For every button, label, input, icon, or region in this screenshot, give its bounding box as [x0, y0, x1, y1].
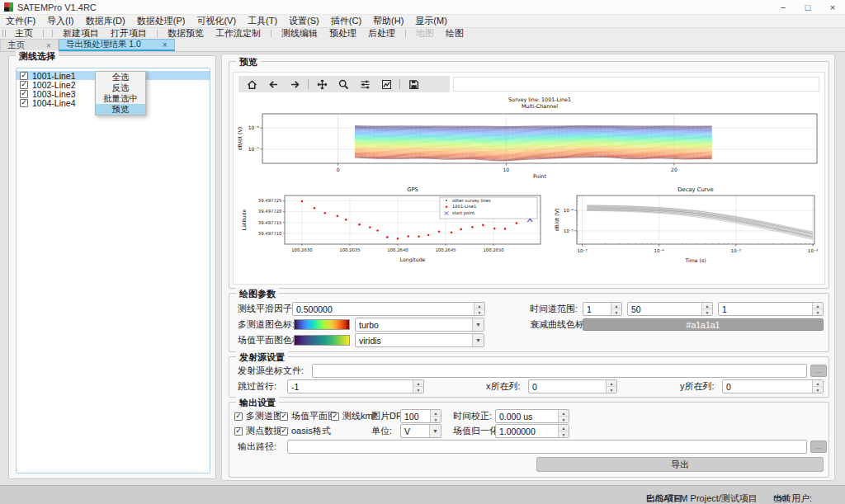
time-range-label: 时间道范围: [530, 302, 578, 316]
spinner-arrows-icon[interactable]: ▲▼ [558, 425, 569, 437]
svg-text:dB/dt (V): dB/dt (V) [554, 209, 559, 232]
checkbox-icon[interactable] [20, 72, 28, 80]
toolbar-home[interactable]: 主页 [9, 27, 39, 40]
context-preview[interactable]: 预览 [96, 104, 145, 115]
minimize-icon[interactable]: − [771, 0, 795, 14]
output-path-browse-button[interactable]: ... [810, 440, 827, 453]
toolbar-new-project[interactable]: 新建项目 [57, 27, 105, 40]
spinner-arrows-icon[interactable]: ▲▼ [606, 380, 616, 393]
subplots-icon[interactable] [354, 77, 375, 92]
menu-import[interactable]: 导入(I) [41, 15, 79, 27]
dpi-spinner[interactable]: 100 ▲▼ [400, 409, 441, 423]
check-field-plane-plot[interactable]: 场值平面图 [280, 409, 337, 423]
time-correction-spinner[interactable]: 0.000 us ▲▼ [495, 409, 569, 423]
line-selection-title: 测线选择 [16, 50, 59, 63]
checkbox-icon[interactable] [234, 427, 243, 436]
checkbox-icon[interactable] [20, 81, 28, 89]
svg-text:Decay Curve: Decay Curve [677, 186, 714, 193]
field-normalize-spinner[interactable]: 1.000000 ▲▼ [495, 424, 569, 438]
spinner-arrows-icon[interactable]: ▲▼ [413, 380, 423, 393]
toolbar-preprocess[interactable]: 预处理 [323, 27, 362, 40]
menu-plugins[interactable]: 插件(C) [325, 15, 367, 27]
app-logo-icon [4, 2, 13, 12]
toolbar-workflow[interactable]: 工作流定制 [210, 27, 267, 40]
x-column-spinner[interactable]: 0 ▲▼ [528, 379, 617, 393]
unit-combo[interactable]: V ▼ [400, 424, 441, 438]
tab-home-label: 主页 [7, 40, 25, 51]
plot-params-group: 绘图参数 测线平滑因子: 0.500000 ▲▼ 时间道范围: 1 ▲▼ 50 … [229, 293, 829, 352]
decay-color-button[interactable]: #a1a1a1 [583, 318, 824, 331]
checkbox-icon[interactable] [234, 412, 243, 421]
toolbar-line-edit[interactable]: 测线编辑 [276, 27, 323, 40]
check-multichannel-plot[interactable]: 多测道图 [234, 409, 282, 423]
context-select-all[interactable]: 全选 [96, 72, 145, 82]
svg-text:dB/dt (V): dB/dt (V) [237, 127, 243, 151]
close-icon[interactable]: × [820, 0, 845, 14]
menu-settings[interactable]: 设置(S) [283, 15, 325, 27]
spinner-arrows-icon[interactable]: ▲▼ [474, 303, 484, 315]
toolbar-open-project[interactable]: 打开项目 [105, 27, 153, 40]
maximize-icon[interactable]: □ [795, 0, 820, 14]
chevron-down-icon[interactable]: ▼ [472, 334, 484, 346]
title-bar: SATEMPro V1.4RC − □ × [0, 0, 845, 15]
chevron-down-icon[interactable]: ▼ [429, 425, 441, 437]
checkbox-icon[interactable] [20, 90, 28, 98]
context-batch-select[interactable]: 批量选中 [96, 93, 145, 104]
time-range-step-spinner[interactable]: 1 ▲▼ [718, 302, 824, 316]
menu-help[interactable]: 帮助(H) [367, 15, 409, 27]
tx-file-input[interactable] [312, 364, 807, 378]
chevron-down-icon[interactable]: ▼ [472, 318, 484, 331]
decay-color-label: 衰减曲线色标: [530, 318, 587, 332]
skip-rows-spinner[interactable]: -1 ▲▼ [287, 379, 424, 393]
toolbar-plot[interactable]: 绘图 [440, 27, 470, 40]
checkbox-icon[interactable] [331, 412, 339, 421]
spinner-arrows-icon[interactable]: ▲▼ [812, 303, 823, 315]
back-icon[interactable] [262, 77, 284, 92]
tab-close-icon[interactable]: × [46, 41, 51, 50]
svg-text:100.2630: 100.2630 [291, 247, 313, 252]
output-path-input[interactable] [287, 440, 807, 454]
menu-file[interactable]: 文件(F) [0, 15, 41, 27]
time-range-end-spinner[interactable]: 50 ▲▼ [627, 302, 713, 316]
zoom-icon[interactable] [333, 77, 354, 92]
home-icon[interactable] [241, 77, 262, 92]
forward-icon[interactable] [284, 77, 305, 92]
time-range-start-spinner[interactable]: 1 ▲▼ [583, 302, 622, 316]
export-button[interactable]: 导出 [536, 457, 824, 472]
tab-close-icon[interactable]: × [163, 40, 168, 49]
tx-file-browse-button[interactable]: ... [810, 365, 827, 377]
toolbar-data-preview[interactable]: 数据预览 [162, 27, 210, 40]
spinner-arrows-icon[interactable]: ▲▼ [558, 410, 569, 422]
checkbox-icon[interactable] [20, 99, 28, 107]
spinner-arrows-icon[interactable]: ▲▼ [812, 380, 823, 393]
spinner-arrows-icon[interactable]: ▲▼ [430, 410, 441, 422]
toolbar-postprocess[interactable]: 后处理 [362, 27, 401, 40]
check-oasis-format[interactable]: oasis格式 [280, 424, 331, 438]
save-icon[interactable] [403, 77, 424, 92]
checkbox-icon[interactable] [280, 412, 288, 421]
menu-visualization[interactable]: 可视化(V) [191, 15, 242, 27]
pan-icon[interactable] [311, 77, 333, 92]
spinner-arrows-icon[interactable]: ▲▼ [611, 303, 621, 315]
line-list: 1001-Line1 1002-Line2 1003-Line3 1004-Li… [16, 68, 210, 473]
smooth-factor-spinner[interactable]: 0.500000 ▲▼ [292, 302, 485, 316]
menu-data-processing[interactable]: 数据处理(P) [131, 15, 191, 27]
field-cmap-combo[interactable]: viridis ▼ [355, 333, 484, 347]
context-invert-selection[interactable]: 反选 [96, 82, 145, 93]
multi-cmap-combo[interactable]: turbo ▼ [355, 318, 484, 332]
check-line-kml[interactable]: 测线kml [331, 409, 375, 423]
checkbox-icon[interactable] [280, 427, 288, 436]
y-column-spinner[interactable]: 0 ▲▼ [722, 379, 824, 393]
tab-home[interactable]: 主页 × [0, 39, 59, 51]
line-selection-group: 测线选择 1001-Line1 1002-Line2 1003-Line3 10… [8, 55, 216, 479]
spinner-arrows-icon[interactable]: ▲▼ [701, 303, 712, 315]
menu-display[interactable]: 显示(M) [409, 15, 453, 27]
check-point-data[interactable]: 测点数据 [234, 424, 282, 438]
toolbar-separator [52, 30, 53, 37]
svg-text:1001-Line1: 1001-Line1 [452, 204, 476, 209]
menu-tools[interactable]: 工具(T) [242, 15, 283, 27]
svg-text:39.497720: 39.497720 [258, 209, 282, 214]
tab-export-result[interactable]: 导出预处理结果 1.0 × [59, 39, 175, 51]
menu-database[interactable]: 数据库(D) [79, 15, 130, 27]
customize-icon[interactable] [375, 77, 397, 92]
